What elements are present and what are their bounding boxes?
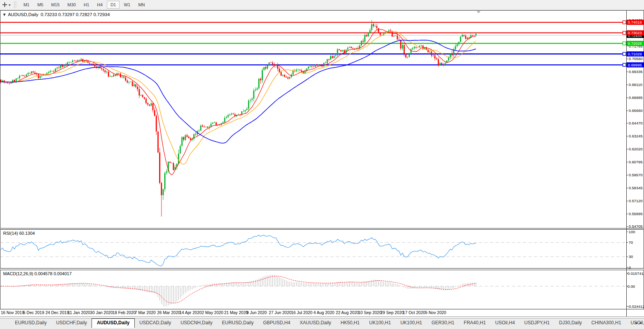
symbol-tab-dj30-daily[interactable]: DJ30,Daily [554,318,587,327]
symbol-tab-usdchf-daily[interactable]: USDCHF,Daily [51,318,92,327]
symbol-tab-hk50-h1[interactable]: HK50,H1 [336,318,365,327]
symbol-tab-fra40-h1[interactable]: FRA40,H1 [459,318,490,327]
timeframe-button-group: M1M5M15M30H1H4D1W1MN [20,1,149,9]
time-axis: 16 Nov 20195 Dec 201924 Dec 201911 Jan 2… [1,310,446,315]
date-tick-label: 7 Mar 2020 [135,310,156,315]
price-tick-label: 0.60795 [629,160,643,164]
symbol-tab-uk100-h1[interactable]: UK100,H1 [365,318,396,327]
price-tick-label: 0.57120 [629,199,643,203]
date-tick-label: 21 May 2020 [224,310,248,315]
level-price-text: 0.73023 [628,31,642,35]
symbol-tab-usoil-h4[interactable]: USOil,H4 [490,318,519,327]
rsi-tick-label: 70 [629,240,633,245]
price-tick-label: 0.66885 [629,95,643,100]
symbol-tab-usdcnh-daily[interactable]: USDCNH,Daily [176,318,217,327]
level-drag-handle[interactable] [623,21,626,24]
tab-scroll-right-icon[interactable]: ► [640,321,642,325]
price-tick-label: 0.64470 [629,121,643,125]
date-tick-label: 14 Apr 2020 [180,310,202,315]
price-tick-label: 0.69335 [629,69,643,74]
level-drag-handle[interactable] [623,31,626,35]
chevron-down-icon[interactable]: ▼ [9,4,11,6]
macd-tick-label: -0.024412 [627,304,644,309]
chart-symbol-label: AUDUSD,Daily [8,12,38,17]
symbol-tab-usdjpy-h1[interactable]: USDJPY,H1 [519,318,554,327]
level-price-text: 0.69995 [628,63,642,67]
timeframe-button-w1[interactable]: W1 [120,1,134,9]
price-tick-label: 0.59570 [629,173,643,177]
symbol-tab-usdcad-daily[interactable]: USDCAD,Daily [135,318,176,327]
level-drag-handle[interactable] [623,42,626,45]
level-price-text: 0.71029 [628,52,642,56]
price-tick-label: 0.58345 [629,186,643,190]
rsi-tick-label: 30 [629,254,633,259]
date-tick-label: 17 Oct 2020 [403,310,425,315]
rsi-tick-label: 100 [629,230,635,234]
top-toolbar: ▼ M1M5M15M30H1H4D1W1MN [0,0,644,10]
date-tick-label: 5 Nov 2020 [425,310,446,315]
price-tick-label: 0.68110 [629,82,642,87]
date-tick-label: 16 Jul 2020 [291,310,312,315]
tab-scroll-left-icon[interactable]: ◄ [635,321,637,325]
rsi-tick-label: 0 [629,265,631,270]
symbol-tab-china300-h1[interactable]: CHINA300,H1 [587,318,626,327]
price-tick-label: 0.55895 [629,212,643,216]
date-tick-label: 29 Sep 2020 [380,310,404,315]
symbol-tab-eurusd-daily[interactable]: EURUSD,Daily [10,318,51,327]
date-tick-label: 22 Aug 2020 [336,310,359,315]
chart-title: ▼ AUDUSD,Daily 0.73233 0.73297 0.72827 0… [3,12,110,17]
toolbar-grip-handle[interactable] [14,2,16,8]
level-drag-handle[interactable] [623,63,626,66]
timeframe-button-h1[interactable]: H1 [80,1,93,9]
symbol-tab-ger30-h1[interactable]: GER30,H1 [427,318,459,327]
date-tick-label: 2 May 2020 [202,310,224,315]
date-tick-label: 11 Jan 2020 [68,310,90,315]
date-tick-label: 30 Jan 2020 [90,310,113,315]
price-tick-label: 0.62020 [629,147,643,151]
chart-panes [0,10,644,317]
date-tick-label: 18 Feb 2020 [112,310,136,315]
symbol-tab-audusd-daily[interactable]: AUDUSD,Daily [92,318,134,328]
timeframe-button-m1[interactable]: M1 [20,1,33,9]
timeframe-button-m30[interactable]: M30 [64,1,79,9]
level-drag-handle[interactable] [623,52,626,55]
timeframe-button-h4[interactable]: H4 [94,1,106,9]
timeframe-button-mn[interactable]: MN [135,1,149,9]
rsi-pane [0,230,644,269]
level-price-text: 0.74019 [628,20,642,24]
date-tick-label: 4 Aug 2020 [314,310,334,315]
chart-ohlc-values: 0.73233 0.73297 0.72827 0.72934 [40,12,110,17]
symbol-tabbar: EURUSD,DailyUSDCHF,DailyAUDUSD,DailyUSDC… [0,318,644,329]
date-tick-label: 10 Sep 2020 [358,310,382,315]
rsi-indicator-label: RSI(14) 60.1304 [3,231,35,236]
level-price-text: 0.72026 [628,41,642,46]
symbol-tab-xauusd-daily[interactable]: XAUUSD,Daily [295,318,336,327]
symbol-tab-gbpusd-h4[interactable]: GBPUSD,H4 [258,318,295,327]
price-tick-label: 0.65660 [629,108,643,113]
macd-indicator-label: MACD(12,26,9) 0.004578 0.004017 [3,271,72,276]
macd-tick-label: 0.015741 [627,271,644,276]
symbol-tab-eurusd-daily[interactable]: EURUSD,Daily [217,318,259,327]
price-tick-label: 0.54705 [629,224,643,228]
chart-canvas[interactable]: 0.742350.717850.705600.693350.681100.668… [0,0,644,329]
crosshair-tool-icon[interactable] [2,2,7,7]
symbol-tab-uk100-h1[interactable]: UK100,H1 [396,318,427,327]
price-tick-label: 0.63245 [629,134,643,138]
macd-tick-label: 0.00 [627,284,635,289]
date-tick-label: 26 Mar 2020 [157,310,180,315]
tabbar-scroll-arrows: ◄ ► [633,321,642,325]
date-tick-label: 24 Dec 2019 [46,310,69,315]
date-tick-label: 27 Jun 2020 [269,310,292,315]
macd-pane [0,270,644,309]
date-tick-label: 5 Dec 2019 [23,310,44,315]
date-tick-label: 16 Nov 2019 [1,310,24,315]
timeframe-button-d1[interactable]: D1 [107,1,119,9]
collapse-chart-icon[interactable]: ▼ [3,13,6,16]
date-tick-label: 9 Jun 2020 [246,310,267,315]
timeframe-button-m15[interactable]: M15 [48,1,63,9]
price-tick-label: 0.70560 [629,57,643,61]
timeframe-button-m5[interactable]: M5 [34,1,47,9]
